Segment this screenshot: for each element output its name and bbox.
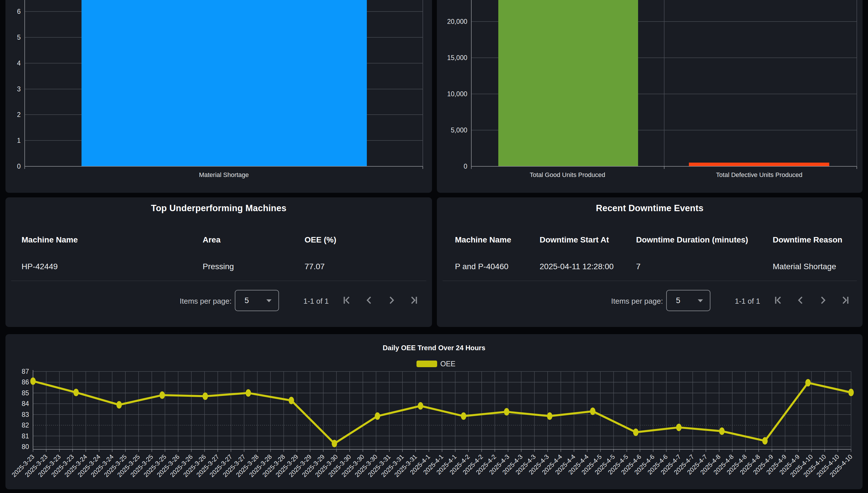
chevron-right-icon [385,293,398,307]
oee-data-point-2025-4-1[interactable] [418,402,424,410]
oee-data-point-2025-3-24[interactable] [73,389,79,396]
first-page-icon [340,293,354,307]
chevron-left-icon [794,293,807,307]
last-page-button[interactable] [407,293,420,307]
downtime-by-reason-chart-card: 0123456Material Shortage [5,0,432,193]
column-header-downtime-duration: Downtime Duration (minutes) [636,235,748,244]
dropdown-arrow-icon [698,299,703,302]
svg-text:20,000: 20,000 [447,18,467,25]
svg-text:87: 87 [22,368,29,375]
first-page-button[interactable] [340,293,354,307]
oee-data-point-2025-4-4[interactable] [547,412,552,420]
oee-data-point-2025-4-2[interactable] [461,412,466,420]
daily-oee-line-chart: 2025-3-232025-3-232025-3-232025-3-232025… [5,334,863,489]
svg-text:6: 6 [17,8,21,15]
first-page-button[interactable] [772,293,785,307]
svg-text:5,000: 5,000 [451,126,467,134]
card-title: Top Underperforming Machines [5,203,432,213]
oee-data-point-2025-3-30[interactable] [332,440,337,447]
oee-data-point-2025-4-6[interactable] [633,428,639,436]
oee-data-point-2025-3-27[interactable] [203,392,208,400]
column-header-downtime-reason: Downtime Reason [773,235,842,244]
chevron-left-icon [362,293,376,307]
svg-text:Total Defective Units Produced: Total Defective Units Produced [716,171,803,178]
oee-data-point-2025-3-25[interactable] [117,401,122,409]
cell-downtime-start: 2025-04-11 12:28:00 [540,262,614,271]
page-range-label: 1-1 of 1 [303,297,329,306]
oee-dashboard: 0123456Material Shortage 05,00010,00015,… [0,0,868,493]
production-units-bar-chart: 05,00010,00015,00020,000Total Good Units… [437,0,863,193]
svg-text:1: 1 [17,137,21,144]
svg-text:86: 86 [22,378,29,386]
table-divider [442,281,857,281]
card-title: Recent Downtime Events [437,203,863,213]
column-header-oee: OEE (%) [304,235,336,244]
cell-machine-name: P and P-40460 [455,262,508,271]
svg-text:15,000: 15,000 [447,54,467,62]
items-per-page-value: 5 [245,291,249,310]
last-page-icon [407,293,420,307]
column-header-downtime-start: Downtime Start At [540,235,609,244]
oee-data-point-2025-3-28[interactable] [246,389,251,397]
oee-data-point-2025-4-9[interactable] [762,437,768,445]
oee-data-point-2025-3-31[interactable] [375,412,380,420]
cell-oee: 77.07 [304,262,325,271]
last-page-button[interactable] [838,293,852,307]
svg-text:82: 82 [22,422,29,429]
bar-material-shortage[interactable] [82,0,367,166]
recent-downtime-events-card: Recent Downtime Events Machine Name Down… [437,197,863,327]
oee-data-point-2025-4-11[interactable] [848,389,854,396]
last-page-icon [838,293,852,307]
column-header-area: Area [203,235,221,244]
oee-data-point-2025-4-10[interactable] [805,379,811,386]
items-per-page-select[interactable]: 5 [235,290,279,311]
page-range-label: 1-1 of 1 [735,297,760,306]
chevron-right-icon [816,293,830,307]
column-header-machine-name: Machine Name [455,235,511,244]
svg-text:85: 85 [22,389,29,397]
items-per-page-value: 5 [676,291,680,310]
bar-total-good-units-produced[interactable] [498,0,638,166]
svg-text:0: 0 [463,163,467,170]
cell-downtime-duration: 7 [636,262,641,271]
svg-text:2: 2 [17,111,21,119]
first-page-icon [772,293,785,307]
svg-text:80: 80 [22,443,29,450]
previous-page-button[interactable] [362,293,376,307]
oee-data-point-2025-4-5[interactable] [590,407,596,415]
column-header-machine-name: Machine Name [22,235,78,244]
oee-data-point-2025-4-7[interactable] [676,424,682,431]
oee-data-point-2025-3-26[interactable] [160,391,165,399]
bar-total-defective-units-produced[interactable] [689,163,829,166]
oee-data-point-2025-3-29[interactable] [289,397,294,404]
svg-text:81: 81 [22,432,29,440]
items-per-page-select[interactable]: 5 [666,290,710,311]
next-page-button[interactable] [816,293,830,307]
svg-text:83: 83 [22,411,29,418]
oee-data-point-2025-3-23[interactable] [30,378,36,385]
svg-text:10,000: 10,000 [447,90,467,98]
top-underperforming-machines-card: Top Underperforming Machines Machine Nam… [5,197,432,327]
items-per-page-label: Items per page: [180,297,232,306]
previous-page-button[interactable] [794,293,807,307]
items-per-page-label: Items per page: [611,297,663,306]
production-units-chart-card: 05,00010,00015,00020,000Total Good Units… [437,0,863,193]
cell-downtime-reason: Material Shortage [773,262,836,271]
cell-machine-name: HP-42449 [22,262,58,271]
daily-oee-trend-card: Daily OEE Trend Over 24 Hours OEE 2025-3… [5,334,863,489]
next-page-button[interactable] [385,293,398,307]
dropdown-arrow-icon [266,299,272,302]
oee-data-point-2025-4-8[interactable] [719,428,725,435]
svg-text:84: 84 [22,400,29,407]
svg-text:Total Good Units Produced: Total Good Units Produced [530,171,606,178]
svg-text:0: 0 [17,163,21,170]
table-divider [11,281,426,281]
svg-text:Material Shortage: Material Shortage [199,171,249,178]
oee-data-point-2025-4-3[interactable] [504,408,509,415]
downtime-reasons-bar-chart: 0123456Material Shortage [5,0,432,193]
svg-text:4: 4 [17,60,21,67]
svg-text:5: 5 [17,34,21,41]
svg-text:3: 3 [17,85,21,93]
cell-area: Pressing [203,262,234,271]
